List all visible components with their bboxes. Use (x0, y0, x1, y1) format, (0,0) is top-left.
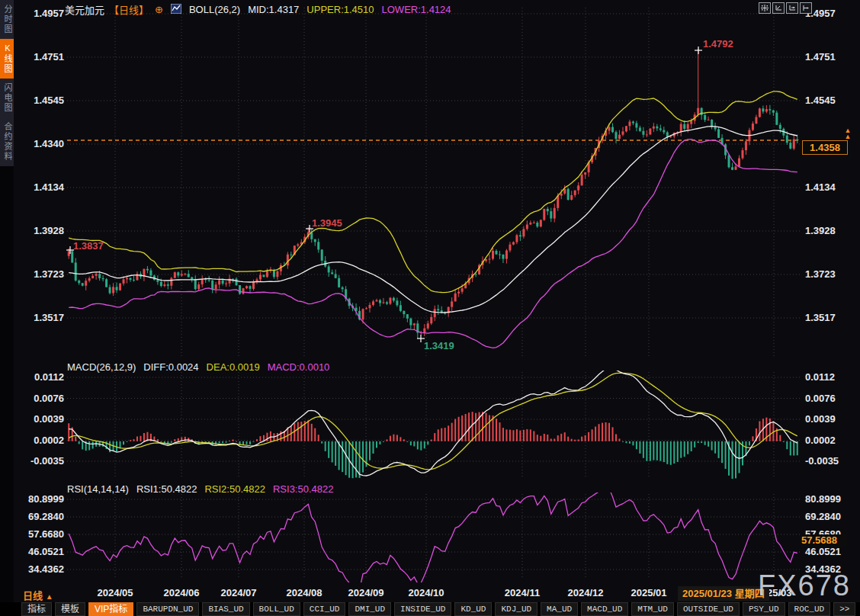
current-date-badge: 2025/01/23 星期四 (678, 586, 769, 601)
chart-toolbar-icons (759, 2, 812, 14)
boll-label: BOLL(26,2) (189, 4, 240, 15)
price-marker-arrows-icon: ▲▲ (840, 127, 855, 140)
toolbar-tab[interactable]: MACD_UD (581, 602, 628, 616)
rsi1-value: RSI1:50.4822 (136, 483, 197, 495)
macd-diff-value: DIFF:0.0024 (143, 361, 198, 373)
toolbar-tab[interactable]: MA_UD (541, 602, 578, 616)
swing-point-label: 1.3419 (424, 340, 454, 351)
sidebar-tab-item[interactable]: 分时图 (0, 0, 14, 39)
toolbar-tab[interactable]: KD_UD (454, 602, 492, 616)
macd-dea-value: DEA:0.0019 (207, 361, 260, 373)
sidebar-tab-item[interactable]: 闪电图 (0, 79, 14, 117)
toolbar-tab[interactable]: KDJ_UD (495, 602, 538, 616)
swing-point-label: 1.4792 (703, 38, 733, 50)
pan-right-icon[interactable] (800, 2, 812, 14)
swing-point-label: 1.3837 (73, 240, 104, 252)
boll-mid-value: MID:1.4317 (248, 4, 299, 15)
watermark: FX678 (758, 569, 851, 602)
boll-lower-value: LOWER:1.4124 (382, 4, 451, 15)
sidebar-tab-active[interactable]: K线图 (0, 39, 14, 79)
boll-upper-value: UPPER:1.4510 (306, 4, 374, 15)
axis-scale-right-icon[interactable] (786, 2, 798, 14)
toolbar-tab[interactable]: 模板 (55, 602, 85, 616)
swing-point-label: 1.3945 (312, 217, 342, 229)
macd-label: MACD(26,12,9) (67, 361, 136, 373)
chart-header: 美元加元 【日线】 ⊕ BOLL(26,2) MID:1.4317 UPPER:… (65, 2, 451, 17)
rsi-last-badge: 57.5688 (801, 534, 847, 547)
rsi2-value: RSI2:50.4822 (204, 483, 265, 495)
toolbar-tab[interactable]: >> (833, 602, 855, 616)
crosshair-icon[interactable] (759, 2, 771, 14)
bottom-toolbar: 指标模板VIP指标BARUPDN_UDBIAS_UDBOLL_UDCCI_UDD… (0, 602, 860, 616)
axis-scale-left-icon[interactable] (772, 2, 785, 14)
toolbar-tab[interactable]: PSY_UD (743, 602, 785, 616)
chart-app: 分时图K线图闪电图合约资料 美元加元 【日线】 ⊕ BOLL(26,2) MID… (0, 0, 860, 616)
period-selector[interactable]: 日线 ▲ (23, 588, 53, 602)
toolbar-tab[interactable]: INSIDE_UD (394, 602, 451, 616)
toolbar-tab[interactable]: MTM_UD (631, 602, 674, 616)
left-sidebar: 分时图K线图闪电图合约资料 (0, 0, 14, 616)
toolbar-tab[interactable]: VIP指标 (88, 602, 133, 616)
triangle-up-icon: ▲ (46, 592, 53, 601)
toolbar-tab[interactable]: OUTSIDE_UD (677, 602, 740, 616)
macd-header: MACD(26,12,9) DIFF:0.0024 DEA:0.0019 MAC… (67, 361, 329, 373)
last-price-badge: 1.4358 (802, 140, 848, 155)
toolbar-tab[interactable]: ROC_UD (788, 602, 831, 616)
rsi3-value: RSI3:50.4822 (273, 483, 334, 495)
chart-canvas[interactable] (0, 0, 860, 616)
toolbar-tab[interactable]: BOLL_UD (253, 602, 300, 616)
toolbar-tab[interactable]: BIAS_UD (202, 602, 249, 616)
toolbar-tab[interactable]: 指标 (21, 602, 52, 616)
toolbar-tab[interactable]: CCI_UD (303, 602, 346, 616)
period-text: 日线 (23, 590, 43, 602)
period-tag: 【日线】 (109, 2, 149, 17)
symbol-name: 美元加元 (65, 2, 104, 17)
rsi-header: RSI(14,14,14) RSI1:50.4822 RSI2:50.4822 … (67, 483, 333, 495)
toolbar-tab[interactable]: DMI_UD (348, 602, 391, 616)
macd-value: MACD:0.0010 (268, 361, 330, 373)
circle-plus-icon[interactable]: ⊕ (155, 4, 163, 15)
indicator-logo-icon (171, 4, 181, 16)
rsi-label: RSI(14,14,14) (67, 483, 129, 495)
toolbar-tab[interactable]: BARUPDN_UD (136, 602, 199, 616)
sidebar-tab-item[interactable]: 合约资料 (0, 117, 14, 166)
